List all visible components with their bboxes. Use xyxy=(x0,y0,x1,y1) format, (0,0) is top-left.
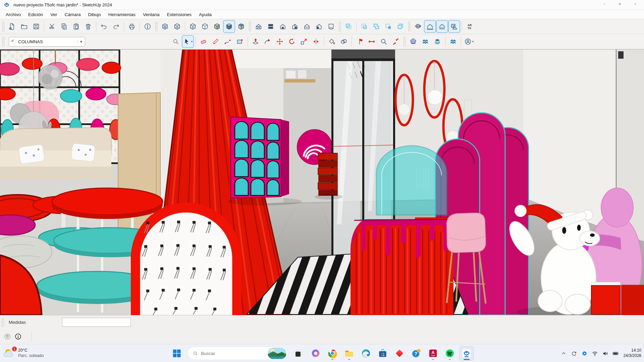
volume-icon[interactable] xyxy=(601,349,609,358)
view-bottom-button[interactable] xyxy=(325,20,337,33)
taskbar-clock[interactable]: 14:10 24/3/2026 xyxy=(624,348,641,358)
chevron-up-icon[interactable] xyxy=(559,349,568,358)
measurements-input[interactable] xyxy=(62,318,131,327)
tray-app-icon[interactable] xyxy=(580,349,589,358)
model-info-button[interactable] xyxy=(142,20,154,33)
toolbar-drag-handle[interactable] xyxy=(403,37,406,47)
paint-bucket-tool-button[interactable] xyxy=(326,35,338,48)
toolbar-drag-handle[interactable] xyxy=(2,21,5,32)
sync-icon[interactable] xyxy=(570,349,578,358)
fog-toggle-button[interactable] xyxy=(436,20,448,33)
scale-tool-button[interactable] xyxy=(298,35,310,48)
style-shaded-textures-button[interactable] xyxy=(223,20,235,33)
extension-chevrons-2-button[interactable] xyxy=(447,35,459,48)
toolbar-drag-handle[interactable] xyxy=(249,21,251,32)
toolbar-drag-handle[interactable] xyxy=(2,37,5,47)
display-section-fill-button[interactable] xyxy=(382,20,394,33)
sketchup-button[interactable] xyxy=(459,346,474,361)
copy-button[interactable] xyxy=(58,20,70,33)
artx-extension-button[interactable]: ARTX xyxy=(464,20,476,33)
autocad-button[interactable]: ACAD xyxy=(426,346,440,361)
account-button[interactable]: ▾ xyxy=(463,35,475,48)
open-file-button[interactable] xyxy=(18,20,30,33)
start-button-button[interactable] xyxy=(169,346,184,361)
weather-widget[interactable]: 1 20°C Parc. soleado xyxy=(3,344,44,362)
display-section-cuts-button[interactable] xyxy=(370,20,382,33)
measurements-drag-handle[interactable] xyxy=(1,318,4,327)
freehand-tool-button[interactable] xyxy=(222,35,234,48)
move-tool-button[interactable] xyxy=(274,35,286,48)
microsoft-store-button[interactable] xyxy=(375,346,390,361)
view-left-button[interactable] xyxy=(313,20,325,33)
view-back-button[interactable] xyxy=(301,20,313,33)
extension-chevrons-button[interactable] xyxy=(419,35,431,48)
info-icon[interactable] xyxy=(15,333,21,340)
help-app-button[interactable]: ? xyxy=(409,346,424,361)
push-pull-tool-button[interactable] xyxy=(250,35,262,48)
zoom-window-tool-button[interactable] xyxy=(390,35,402,48)
task-view-button[interactable] xyxy=(291,346,306,361)
maximize-button[interactable] xyxy=(613,0,629,10)
menu-camara[interactable]: Cámara xyxy=(61,10,85,19)
rectangle-tool-button[interactable] xyxy=(234,35,246,48)
flip-tool-button[interactable] xyxy=(310,35,322,48)
view-iso-button[interactable] xyxy=(253,20,265,33)
search-input[interactable] xyxy=(201,351,265,356)
menu-ver[interactable]: Ver xyxy=(47,10,61,19)
view-top-button[interactable] xyxy=(265,20,277,33)
style-xray-button[interactable] xyxy=(159,20,171,33)
menu-herramientas[interactable]: Herramientas xyxy=(105,10,139,19)
menu-ventana[interactable]: Ventana xyxy=(139,10,163,19)
zoom-tool-button[interactable] xyxy=(378,35,390,48)
undo-button[interactable] xyxy=(98,20,110,33)
eraser-tool-button[interactable] xyxy=(198,35,210,48)
style-shaded-button[interactable] xyxy=(211,20,223,33)
copilot-button[interactable] xyxy=(308,346,323,361)
close-button[interactable] xyxy=(629,0,644,10)
menu-extensiones[interactable]: Extensiones xyxy=(163,10,195,19)
display-section-outer-button[interactable] xyxy=(394,20,407,33)
redo-button[interactable] xyxy=(110,20,122,33)
toolbar-drag-handle[interactable] xyxy=(408,21,411,32)
toolbar-drag-handle[interactable] xyxy=(338,21,341,32)
line-tool-button[interactable] xyxy=(210,35,222,48)
menu-ayuda[interactable]: Ayuda xyxy=(195,10,215,19)
paste-button[interactable] xyxy=(70,20,82,33)
menu-dibujo[interactable]: Dibujo xyxy=(85,10,105,19)
match-photo-toggle-button[interactable] xyxy=(448,20,460,33)
style-hidden-line-button[interactable] xyxy=(199,20,211,33)
chrome-button[interactable] xyxy=(325,346,340,361)
shadows-toggle-button[interactable] xyxy=(424,20,436,33)
toolbar-drag-handle[interactable] xyxy=(155,21,158,32)
menu-edicion[interactable]: Edición xyxy=(24,10,47,19)
style-back-edges-button[interactable] xyxy=(171,20,183,33)
weld-tool-button[interactable] xyxy=(338,35,350,48)
view-front-button[interactable] xyxy=(277,20,289,33)
select-tool-button[interactable]: ▾ xyxy=(182,35,194,48)
spotify-button[interactable] xyxy=(442,346,457,361)
extension-layers-button[interactable] xyxy=(431,35,443,48)
search-tool-button[interactable] xyxy=(170,35,182,48)
minimize-button[interactable] xyxy=(598,0,613,10)
pan-tool-button[interactable] xyxy=(366,35,378,48)
add-location-button[interactable] xyxy=(412,20,424,33)
menu-archivo[interactable]: Archivo xyxy=(2,10,24,19)
follow-me-tool-button[interactable] xyxy=(262,35,274,48)
tag-selector-dropdown[interactable]: COLUMNAS ▼ xyxy=(9,37,85,47)
search-box[interactable] xyxy=(187,347,288,360)
view-right-button[interactable] xyxy=(289,20,301,33)
extension-concentric-button[interactable] xyxy=(407,35,419,48)
geolocation-icon[interactable] xyxy=(4,333,11,340)
style-wireframe-button[interactable] xyxy=(187,20,199,33)
new-file-button[interactable] xyxy=(6,20,18,33)
axes-tool-button[interactable] xyxy=(354,35,366,48)
wifi-icon[interactable] xyxy=(591,349,599,358)
style-monochrome-button[interactable] xyxy=(235,20,247,33)
section-plane-button[interactable] xyxy=(342,20,355,33)
rotate-tool-button[interactable] xyxy=(286,35,298,48)
model-viewport[interactable] xyxy=(0,49,644,315)
save-file-button[interactable] xyxy=(30,20,42,33)
print-button[interactable] xyxy=(126,20,138,33)
delete-button[interactable] xyxy=(82,20,94,33)
red-diamond-app-button[interactable] xyxy=(392,346,407,361)
